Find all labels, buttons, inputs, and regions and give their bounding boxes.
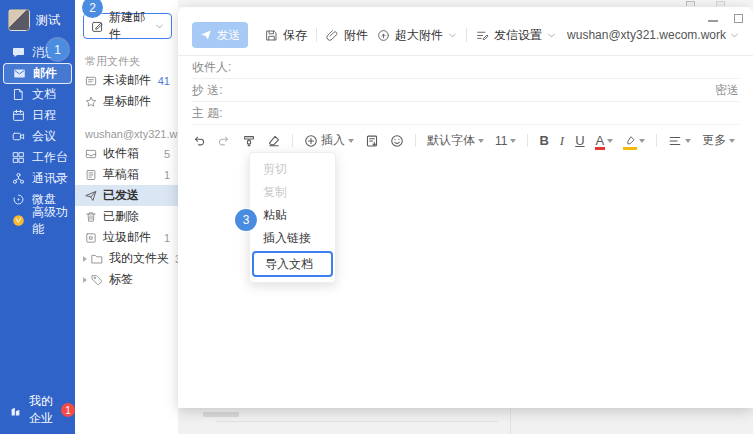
- send-button-label: 发送: [217, 27, 241, 44]
- menu-item-import-doc[interactable]: 导入文档: [252, 251, 333, 277]
- folder-item-junk[interactable]: 垃圾邮件 1: [75, 227, 178, 248]
- to-label: 收件人:: [192, 59, 231, 76]
- dropdown-arrow-icon: [639, 139, 645, 143]
- menu-item-paste[interactable]: 粘贴: [250, 204, 335, 227]
- format-painter-button[interactable]: [242, 134, 256, 148]
- caret-right-icon[interactable]: [83, 277, 87, 283]
- background-divider: [216, 421, 498, 422]
- insert-icon: [304, 134, 318, 148]
- emoji-button[interactable]: [390, 134, 404, 148]
- folder-count: 1: [164, 169, 170, 181]
- sidebar-item-docs[interactable]: 文档: [0, 84, 75, 105]
- folder-item-my-folders[interactable]: 我的文件夹 36: [75, 248, 178, 269]
- drive-icon: [12, 193, 25, 206]
- bcc-toggle-link[interactable]: 密送: [715, 82, 739, 99]
- junk-icon: [85, 232, 97, 244]
- send-settings-label: 发信设置: [494, 27, 542, 44]
- folder-item-label: 标签: [109, 271, 133, 288]
- attachment-button[interactable]: 附件: [326, 27, 368, 44]
- cc-field-row: 抄 送: 密送: [192, 79, 739, 102]
- folder-item-label: 未读邮件: [103, 72, 151, 89]
- font-color-button[interactable]: A: [596, 135, 614, 147]
- sidebar-item-mail[interactable]: 邮件: [3, 63, 72, 84]
- caret-right-icon[interactable]: [83, 256, 87, 262]
- menu-item-copy: 复制: [250, 181, 335, 204]
- background-close-icon: [716, 1, 725, 6]
- dialog-window-controls: [708, 14, 743, 23]
- large-attachment-button[interactable]: 超大附件: [377, 27, 457, 44]
- sidebar-nav: 消息 邮件 文档 日程 会议 工作台: [0, 42, 75, 231]
- doc-icon: [12, 88, 25, 101]
- format-toolbar: 插入 默认字体 11 B I U A: [178, 127, 753, 154]
- sidebar-item-meetings[interactable]: 会议: [0, 126, 75, 147]
- bold-button[interactable]: B: [539, 133, 548, 148]
- clear-format-button[interactable]: [267, 134, 281, 148]
- snippet-button[interactable]: [365, 134, 379, 148]
- sidebar-item-workbench[interactable]: 工作台: [0, 147, 75, 168]
- send-settings-button[interactable]: 发信设置: [476, 27, 556, 44]
- folder-count: 5: [164, 148, 170, 160]
- folder-item-deleted[interactable]: 已删除: [75, 206, 178, 227]
- inbox-icon: [85, 148, 97, 160]
- insert-label: 插入: [321, 132, 345, 149]
- toolbar-divider: [466, 28, 467, 42]
- highlight-color-button[interactable]: [624, 134, 645, 147]
- folder-item-tags[interactable]: 标签: [75, 269, 178, 290]
- menu-item-cut: 剪切: [250, 158, 335, 181]
- menu-item-insert-link[interactable]: 插入链接: [250, 227, 335, 250]
- cc-field-input[interactable]: [223, 79, 715, 101]
- dropdown-arrow-icon: [348, 139, 354, 143]
- calendar-icon: [12, 109, 25, 122]
- user-name: 测试: [36, 12, 60, 29]
- app-sidebar: 测试 消息 邮件 文档 日程 会议: [0, 0, 75, 434]
- font-family-dropdown[interactable]: 默认字体: [427, 132, 484, 149]
- folder-item-sent[interactable]: 已发送: [75, 185, 178, 206]
- subject-field-input[interactable]: [223, 102, 739, 124]
- folder-icon: [91, 253, 103, 265]
- sidebar-item-advanced[interactable]: 高级功能: [0, 210, 75, 231]
- send-button[interactable]: 发送: [192, 22, 248, 48]
- mail-folder-pane: 新建邮件 常用文件夹 未读邮件 41 星标邮件 wushan@xty321.w.…: [75, 0, 178, 434]
- folder-item-inbox[interactable]: 收件箱 5: [75, 143, 178, 164]
- compose-icon: [91, 20, 104, 33]
- italic-button[interactable]: I: [560, 133, 564, 149]
- sidebar-item-label: 日程: [32, 107, 56, 124]
- sidebar-item-label: 工作台: [32, 149, 68, 166]
- draft-icon: [85, 169, 97, 181]
- save-button[interactable]: 保存: [265, 27, 307, 44]
- folder-item-label: 星标邮件: [103, 93, 151, 110]
- more-dropdown[interactable]: 更多: [702, 132, 735, 149]
- folder-item-unread[interactable]: 未读邮件 41: [75, 70, 178, 91]
- sidebar-item-calendar[interactable]: 日程: [0, 105, 75, 126]
- sender-account-selector[interactable]: wushan@xty321.wecom.work: [567, 28, 739, 42]
- subject-label: 主 题:: [192, 105, 223, 122]
- sidebar-item-label: 会议: [32, 128, 56, 145]
- folder-item-drafts[interactable]: 草稿箱 1: [75, 164, 178, 185]
- user-profile[interactable]: 测试: [0, 0, 75, 37]
- meeting-icon: [12, 130, 25, 143]
- company-icon: [10, 404, 23, 417]
- maximize-icon[interactable]: [734, 14, 743, 23]
- chevron-down-icon: [730, 31, 739, 40]
- save-button-label: 保存: [283, 27, 307, 44]
- minimize-icon[interactable]: [708, 20, 718, 22]
- chat-icon: [12, 46, 25, 59]
- undo-button[interactable]: [192, 134, 206, 148]
- eraser-icon: [267, 134, 281, 148]
- redo-button[interactable]: [217, 134, 231, 148]
- folder-section-header: 常用文件夹: [75, 52, 178, 70]
- format-divider: [415, 134, 416, 147]
- underline-button[interactable]: U: [575, 133, 584, 148]
- to-field-input[interactable]: [231, 56, 739, 78]
- step-badge-1: 1: [47, 39, 68, 60]
- trash-icon: [85, 211, 97, 223]
- dropdown-arrow-icon: [729, 139, 735, 143]
- insert-menu-button[interactable]: 插入: [304, 132, 354, 149]
- send-plane-icon: [200, 29, 212, 41]
- folder-item-starred[interactable]: 星标邮件: [75, 91, 178, 112]
- font-size-dropdown[interactable]: 11: [495, 134, 516, 148]
- sidebar-item-my-company[interactable]: 我的企业 1: [0, 393, 75, 427]
- dropdown-arrow-icon: [685, 139, 691, 143]
- align-dropdown[interactable]: [668, 134, 691, 148]
- sidebar-item-contacts[interactable]: 通讯录: [0, 168, 75, 189]
